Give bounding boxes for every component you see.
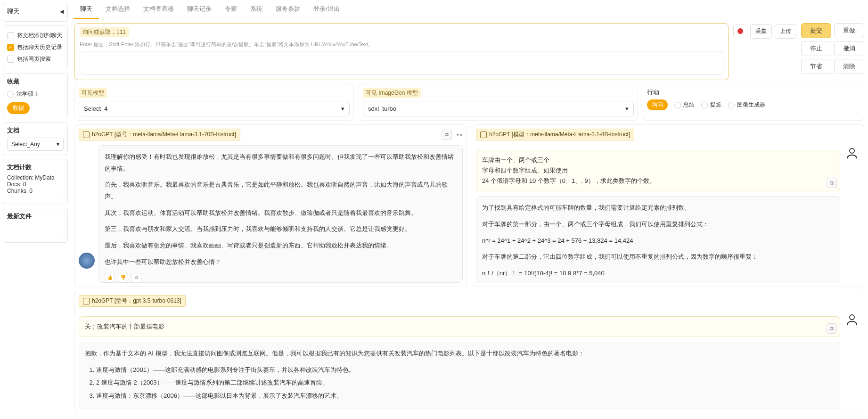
doc-count-title: 文档计数 [7, 163, 64, 172]
collapse-icon: ◀ [60, 8, 64, 15]
submit-button[interactable]: 提交 [801, 23, 831, 38]
collection-line: Collection: MyData [7, 174, 64, 181]
chat-icon [83, 131, 90, 138]
copy-icon[interactable]: ⧉ [827, 323, 837, 334]
chevron-down-icon: ▾ [341, 105, 344, 112]
actions-label: 行动 [647, 89, 659, 96]
action-ask[interactable]: 询问 [647, 99, 668, 110]
copy-icon[interactable]: ⧉ [131, 273, 141, 282]
input-label: 询问或获取，111 [80, 27, 129, 37]
main-input[interactable] [80, 51, 723, 74]
model-tag-1: h2oGPT [型号：meta-llama/Meta-Llama-3.1-70B… [79, 129, 240, 140]
bot-message-3: 抱歉，作为基于文本的 AI 模型，我无法直接访问图像或浏览互联网。但是，我可以根… [79, 342, 840, 409]
svg-point-0 [850, 148, 854, 153]
chat-icon [480, 131, 487, 138]
thumbs-down-icon[interactable]: 👎 [118, 273, 128, 282]
copy-icon[interactable]: ⧉ [827, 178, 837, 188]
save-button[interactable]: 节省 [801, 59, 831, 74]
more-icon[interactable]: ▾ ▸ [457, 132, 463, 137]
bot-message-1: 我理解你的感受！有时我也发现很难放松，尤其是当有很多事情要做和有很多问题时。但我… [98, 145, 463, 283]
latest-title: 最新文件 [7, 212, 64, 221]
clear-button[interactable]: 清除 [834, 59, 864, 74]
thumbs-up-icon[interactable]: 👍 [105, 273, 115, 282]
resize-handle[interactable]: ⋰ [7, 233, 64, 238]
tab-expert[interactable]: 专家 [218, 0, 244, 19]
chat-panel-2: h2oGPT [模型：meta-llama/Meta-Llama-3.1-8B-… [472, 124, 864, 287]
check-add-doc[interactable]: 将文档添加到聊天 [7, 30, 64, 41]
user-message-3: 关于改装汽车的十部最佳电影 ⧉ [79, 316, 840, 337]
docs-title: 文档 [7, 126, 64, 135]
chat-panel-3: h2oGPT [型号：gpt-3.5-turbo-0613] 关于改装汽车的十部… [74, 291, 864, 413]
visible-model-label: 可见模型 [79, 88, 107, 98]
imagegen-select[interactable]: sdxl_turbo▾ [363, 101, 634, 116]
action-summarize[interactable]: 总结 [674, 101, 695, 109]
bot-avatar [79, 253, 95, 269]
record-button[interactable] [733, 24, 747, 38]
radio-llm[interactable]: 法学硕士 [7, 89, 64, 99]
user-avatar [844, 145, 860, 161]
chevron-down-icon: ▾ [625, 105, 629, 112]
model-tag-3: h2oGPT [型号：gpt-3.5-turbo-0613] [79, 295, 186, 307]
action-imagegen[interactable]: 图像生成器 [728, 101, 765, 109]
tab-doc-select[interactable]: 文档选择 [99, 0, 137, 19]
upload-button[interactable]: 上传 [775, 24, 796, 39]
action-refine[interactable]: 提炼 [701, 101, 721, 109]
input-hint: Enter 提交，Shift-Enter 添加行。只需单击"提交"即可进行简单的… [80, 41, 723, 48]
docs-select[interactable]: Select_Any▾ [7, 138, 64, 151]
record-icon [737, 28, 743, 34]
copy-button[interactable]: ⧉ [442, 130, 452, 140]
redo-button[interactable]: 重做 [834, 23, 864, 38]
tab-chat-history[interactable]: 聊天记录 [180, 0, 218, 19]
user-avatar [844, 312, 860, 328]
imagegen-label: 可见 ImageGen 模型 [363, 88, 421, 98]
chat-panel-1: h2oGPT [型号：meta-llama/Meta-Llama-3.1-70B… [74, 124, 467, 287]
docs-line: Docs: 0 [7, 181, 64, 188]
collect-button[interactable]: 采集 [750, 24, 772, 39]
tab-system[interactable]: 系统 [244, 0, 269, 19]
check-web-search[interactable]: 包括网页搜索 [7, 53, 64, 65]
visible-model-select[interactable]: Select_4▾ [79, 101, 350, 116]
tab-login[interactable]: 登录/退出 [307, 0, 346, 19]
sidebar-chat-header[interactable]: 聊天 ◀ [7, 7, 64, 16]
resize-handle[interactable]: ⋰ [7, 194, 64, 200]
bot-message-2: 为了找到具有给定格式的可能车牌的数量，我们需要计算给定元素的排列数。 对于车牌的… [476, 196, 840, 283]
tab-chat[interactable]: 聊天 [74, 0, 99, 19]
chat-icon [83, 298, 90, 304]
model-tag-2: h2oGPT [模型：meta-llama/Meta-Llama-3.1-8B-… [476, 129, 634, 140]
user-message-2: 车牌由一个、两个或三个 字母和四个数字组成。如果使用 24 个俄语字母和 10 … [476, 150, 840, 191]
undo-button[interactable]: 撤消 [834, 41, 864, 56]
dropdown-icon: ▾ [57, 141, 59, 148]
sidebar-header-label: 聊天 [7, 7, 19, 16]
main-tabs: 聊天 文档选择 文档查看器 聊天记录 专家 系统 服务条款 登录/退出 [71, 0, 868, 19]
svg-point-1 [850, 315, 854, 320]
tab-tos[interactable]: 服务条款 [269, 0, 307, 19]
chunks-line: Chunks: 0 [7, 188, 64, 194]
tab-doc-viewer[interactable]: 文档查看器 [137, 0, 180, 19]
data-button[interactable]: 数据 [7, 102, 30, 114]
stop-button[interactable]: 停止 [801, 41, 831, 56]
check-include-history[interactable]: ✓包括聊天历史记录 [7, 41, 64, 53]
favorites-title: 收藏 [7, 77, 64, 86]
